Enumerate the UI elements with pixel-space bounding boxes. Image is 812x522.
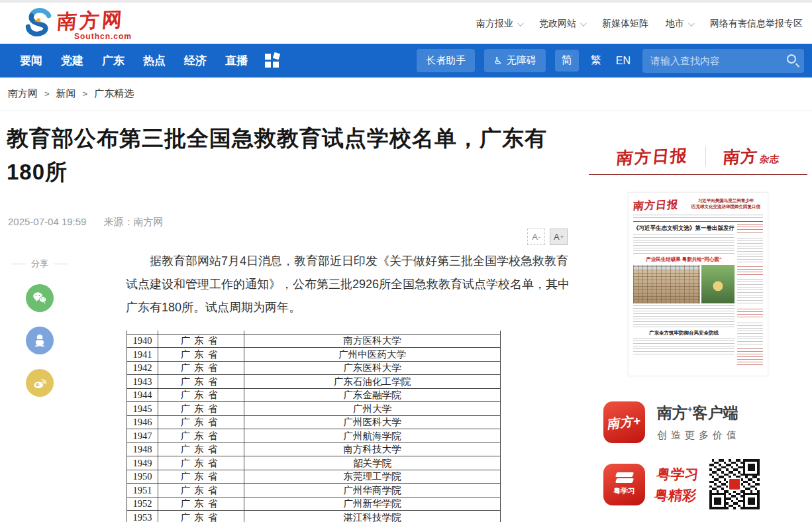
- table-row: 1945广东省广州大学: [127, 402, 501, 416]
- paper-headline-2: 产业民生结硕果 粤新共绘“同心圆”: [633, 256, 735, 263]
- table-row: 1946广东省广州医科大学: [127, 415, 501, 429]
- breadcrumb-item[interactable]: 南方网: [8, 87, 38, 100]
- right-sidebar: 南方日报 南方 杂志 南方日报 习近平向美国马里兰州青少年 匹克球文化交流访华团…: [589, 142, 807, 509]
- search-box: [642, 49, 804, 73]
- nanfang-plus-subtitle: 创造更多价值: [657, 429, 740, 442]
- paper-top-headline: 习近平向美国马里兰州青少年 匹克球文化交流访华团师生回复口信: [689, 197, 763, 209]
- book-icon: [616, 472, 633, 484]
- chevron-down-icon: [580, 20, 587, 26]
- share-wechat-button[interactable]: [26, 284, 54, 312]
- chevron-down-icon: [517, 20, 524, 26]
- main-nav-item[interactable]: 党建: [61, 53, 83, 68]
- table-row: 1941广东省广州中医药大学: [127, 348, 501, 362]
- paper-headline-1: 《习近平生态文明文选》第一卷出版发行: [633, 225, 735, 233]
- yuexuexi-app-icon[interactable]: 粤学习: [603, 464, 645, 505]
- table-row: 1947广东省广州航海学院: [127, 429, 501, 443]
- wechat-icon: [31, 289, 48, 307]
- main-nav-item[interactable]: 要闻: [20, 53, 42, 68]
- table-row: 1943广东省广东石油化工学院: [127, 375, 501, 389]
- page: 南方网 Southcn.com 南方报业党政网站新媒体矩阵地市网络有害信息举报专…: [0, 0, 812, 522]
- top-nav-item[interactable]: 党政网站: [539, 18, 585, 30]
- nav-tools: 长者助手 ♿无障碍 简 繁 EN: [417, 44, 804, 78]
- share-label-row: 分享: [5, 258, 74, 270]
- share-weibo-button[interactable]: [26, 369, 54, 397]
- table-row: 1951广东省广州华商学院: [127, 484, 501, 497]
- accessibility-label: 无障碍: [507, 54, 536, 67]
- paper-photo-aerial: [633, 265, 700, 303]
- share-qq-button[interactable]: [26, 327, 54, 354]
- top-nav-item[interactable]: 新媒体矩阵: [602, 18, 648, 30]
- sidebar-rule: [589, 174, 807, 175]
- breadcrumb-item[interactable]: 新闻: [56, 87, 76, 100]
- publish-date: 2025-07-04 19:59: [8, 216, 86, 229]
- table-row: 1949广东省韶关学院: [127, 456, 501, 470]
- yuexuexi-qr-code: [709, 459, 760, 509]
- breadcrumb-item: 广东精选: [94, 87, 134, 100]
- paper-photo-green: [701, 265, 735, 303]
- main-nav-item[interactable]: 经济: [184, 53, 207, 68]
- elder-mode-button[interactable]: 长者助手: [417, 49, 475, 72]
- table-row: 1942广东省广东医科大学: [127, 361, 501, 375]
- font-size-controls: A- A+: [527, 229, 568, 245]
- top-nav-item[interactable]: 南方报业: [476, 18, 522, 30]
- logo-en: Southcn.com: [57, 32, 132, 41]
- top-nav-item[interactable]: 地市: [666, 18, 693, 30]
- school-list-table-image: 1940广东省南方医科大学1941广东省广州中医药大学1942广东省广东医科大学…: [127, 331, 501, 522]
- page-title: 教育部公布第三批全国急救教育试点学校名单，广东有180所: [7, 121, 567, 189]
- site-logo[interactable]: 南方网 Southcn.com: [23, 7, 132, 41]
- table-row: 1950广东省东莞理工学院: [127, 470, 501, 484]
- simplified-chinese-button[interactable]: 简: [555, 50, 579, 72]
- nanfang-daily-logo[interactable]: 南方日报: [615, 144, 689, 169]
- logo-divider: [705, 146, 706, 166]
- nanfang-plus-app-icon[interactable]: 南方+: [603, 401, 645, 443]
- sidebar-logos: 南方日报 南方 杂志: [589, 142, 807, 171]
- logo-text: 南方网 Southcn.com: [57, 11, 132, 41]
- paper-masthead: 南方日报: [633, 198, 679, 213]
- logo-cn: 南方网: [56, 9, 132, 32]
- font-decrease-button[interactable]: A-: [527, 229, 545, 245]
- article-paragraph: 据教育部网站7月4日消息，教育部近日印发《关于做好第三批全国学校急救教育试点建设…: [126, 250, 571, 319]
- nanfang-plus-promo[interactable]: 南方+ 南方+客户端 创造更多价值: [589, 401, 807, 443]
- qq-icon: [31, 332, 48, 349]
- apps-grid-icon[interactable]: [265, 54, 279, 68]
- yuexuexi-promo: 粤学习 粤学习 粤精彩: [589, 459, 807, 509]
- breadcrumb-separator: >: [83, 89, 88, 99]
- nanfang-magazine-logo[interactable]: 南方 杂志: [723, 146, 780, 168]
- table-row: 1944广东省广东金融学院: [127, 388, 501, 402]
- main-nav-item[interactable]: 热点: [143, 53, 166, 68]
- breadcrumb-separator: >: [44, 89, 50, 99]
- logo-swirl-icon: [23, 7, 54, 41]
- paper-photo: [633, 265, 735, 303]
- main-nav-item[interactable]: 广东: [102, 53, 125, 68]
- table-row: 1952广东省广州新华学院: [127, 497, 501, 511]
- breadcrumb: 南方网>新闻>广东精选: [0, 78, 812, 111]
- table-row: 1948广东省南方科技大学: [127, 443, 501, 456]
- site-header: 南方网 Southcn.com 南方报业党政网站新媒体矩阵地市网络有害信息举报专…: [0, 3, 812, 44]
- chevron-down-icon: [688, 20, 695, 26]
- top-nav: 南方报业党政网站新媒体矩阵地市网络有害信息举报专区: [476, 18, 803, 30]
- newspaper-front-page[interactable]: 南方日报 习近平向美国马里兰州青少年 匹克球文化交流访华团师生回复口信 《习近平…: [628, 192, 768, 376]
- paper-headline-3: 广东全方筑牢防御台风安全防线: [633, 330, 735, 337]
- wheelchair-icon: ♿: [493, 56, 502, 66]
- search-input[interactable]: [642, 49, 804, 73]
- weibo-icon: [31, 374, 48, 392]
- main-nav-item[interactable]: 直播: [225, 53, 248, 68]
- share-label: 分享: [31, 258, 48, 270]
- search-icon[interactable]: [787, 54, 796, 64]
- table-row: 1940广东省南方医科大学: [127, 334, 501, 348]
- paper-dateline: [633, 215, 763, 219]
- traditional-chinese-button[interactable]: 繁: [588, 54, 604, 68]
- share-panel: 分享: [5, 258, 74, 397]
- english-button[interactable]: EN: [613, 55, 633, 67]
- font-increase-button[interactable]: A+: [550, 229, 568, 245]
- qr-center-logo: [728, 478, 741, 491]
- paper-side-column: [737, 224, 763, 370]
- top-nav-item[interactable]: 网络有害信息举报专区: [710, 18, 803, 30]
- table-row: 1953广东省湛江科技学院: [127, 511, 501, 522]
- source-label: 来源：南方网: [103, 216, 163, 229]
- nanfang-plus-text: 南方+客户端 创造更多价值: [657, 403, 740, 442]
- article-meta: 2025-07-04 19:59 来源：南方网: [8, 216, 163, 229]
- main-nav: 要闻党建广东热点经济直播 长者助手 ♿无障碍 简 繁 EN: [0, 44, 812, 78]
- yuexuexi-slogan: 粤学习 粤精彩: [654, 464, 700, 505]
- accessibility-button[interactable]: ♿无障碍: [484, 49, 545, 72]
